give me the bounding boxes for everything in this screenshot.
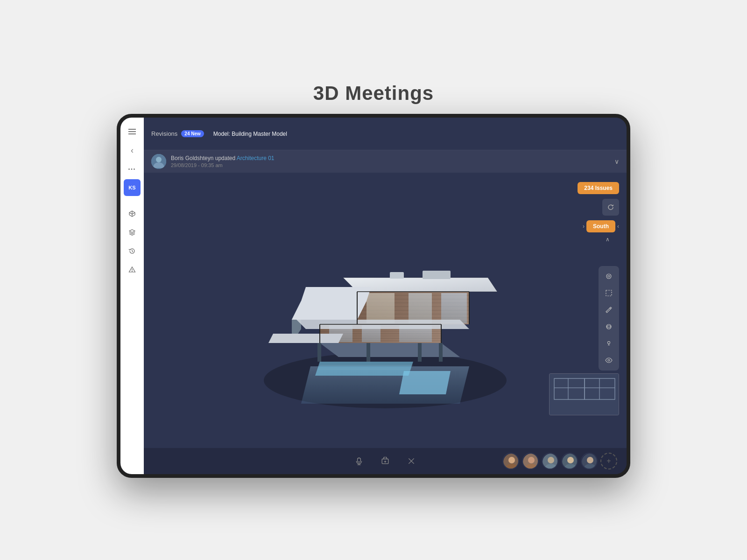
view-tools-panel — [599, 266, 619, 371]
svg-point-7 — [156, 157, 162, 162]
minimap-svg — [550, 374, 619, 415]
layers-icon[interactable] — [124, 224, 141, 241]
model-name: Building Master Model — [232, 131, 287, 137]
svg-point-88 — [528, 457, 535, 463]
add-participant-button[interactable]: + — [600, 453, 617, 469]
svg-marker-40 — [301, 287, 371, 301]
back-icon[interactable]: ‹ — [124, 142, 141, 159]
participant-avatar-5[interactable] — [581, 453, 598, 469]
revision-author: Boris Goldshteyn updated Architecture 01 — [171, 155, 610, 161]
svg-rect-1 — [128, 131, 136, 132]
model-label: Model: — [213, 131, 230, 137]
issues-button[interactable]: 234 Issues — [578, 182, 619, 194]
page-title: 3D Meetings — [313, 82, 434, 105]
svg-point-60 — [606, 274, 611, 279]
participants-area: + — [502, 453, 617, 469]
3d-view-icon[interactable] — [124, 205, 141, 222]
model-info: Model: Building Master Model — [213, 131, 287, 137]
svg-rect-62 — [606, 290, 612, 296]
revision-link[interactable]: Architecture 01 — [237, 155, 275, 161]
participant-avatar-1[interactable] — [502, 453, 519, 469]
compass-left-arrow[interactable]: › — [583, 223, 585, 230]
revision-text: Boris Goldshteyn updated Architecture 01… — [171, 155, 610, 168]
main-viewport-area: Revisions 24 New Model: Building Master … — [144, 118, 627, 474]
svg-point-65 — [608, 359, 610, 361]
sidebar-icons: ‹ ••• KS — [120, 118, 144, 474]
warning-icon[interactable] — [124, 261, 141, 278]
device-frame: ‹ ••• KS — [117, 114, 630, 478]
history-icon[interactable] — [124, 243, 141, 259]
minimap[interactable] — [549, 373, 619, 415]
participant-avatar-2[interactable] — [522, 453, 539, 469]
eye-tool-button[interactable] — [601, 353, 616, 368]
svg-point-64 — [607, 342, 610, 344]
bottom-controls — [351, 453, 420, 469]
building-3d-visual — [226, 208, 544, 413]
revision-item: Boris Goldshteyn updated Architecture 01… — [144, 150, 627, 173]
edit-tool-button[interactable] — [601, 302, 616, 317]
svg-rect-48 — [439, 343, 443, 362]
more-icon[interactable]: ••• — [124, 161, 141, 177]
svg-point-63 — [606, 324, 611, 329]
svg-point-92 — [567, 457, 574, 463]
svg-rect-43 — [423, 271, 451, 279]
revision-date: 29/08/2019 - 09:35 am — [171, 162, 610, 168]
light-tool-button[interactable] — [601, 336, 616, 351]
selection-tool-button[interactable] — [601, 286, 616, 301]
svg-rect-0 — [128, 129, 136, 130]
svg-point-94 — [587, 457, 593, 463]
svg-point-90 — [548, 457, 554, 463]
3d-viewport[interactable]: 234 Issues › South ‹ ∧ — [144, 173, 627, 448]
new-badge: 24 New — [181, 130, 204, 137]
svg-rect-45 — [317, 343, 321, 362]
svg-rect-47 — [418, 343, 422, 362]
svg-rect-44 — [390, 272, 404, 279]
sphere-tool-button[interactable] — [601, 319, 616, 334]
user-avatar-ks[interactable]: KS — [124, 179, 141, 196]
svg-point-61 — [608, 275, 610, 277]
revisions-label: Revisions — [151, 130, 177, 137]
close-session-button[interactable] — [403, 453, 420, 469]
svg-point-5 — [132, 271, 133, 272]
author-avatar — [151, 154, 166, 169]
search-view-button[interactable] — [601, 269, 616, 284]
svg-marker-42 — [292, 301, 366, 320]
svg-marker-51 — [315, 362, 413, 376]
revisions-section: Revisions 24 New — [151, 130, 204, 137]
bottom-bar: + — [144, 448, 627, 474]
svg-rect-35 — [366, 293, 395, 323]
right-toolbar: 234 Issues › South ‹ ∧ — [578, 182, 619, 243]
top-bar: Revisions 24 New Model: Building Master … — [144, 118, 627, 150]
author-action: updated — [215, 155, 237, 161]
hamburger-icon[interactable] — [124, 123, 141, 140]
svg-rect-36 — [409, 293, 432, 323]
svg-marker-50 — [268, 334, 343, 343]
svg-rect-46 — [366, 343, 370, 362]
add-icon: + — [606, 457, 611, 465]
participant-avatar-3[interactable] — [542, 453, 558, 469]
participant-avatar-4[interactable] — [561, 453, 578, 469]
compass-area: › South ‹ — [583, 220, 619, 232]
compass-direction[interactable]: South — [586, 220, 615, 232]
svg-point-86 — [508, 457, 515, 463]
expand-chevron[interactable]: ∨ — [614, 158, 619, 165]
svg-rect-77 — [358, 458, 361, 462]
refresh-button[interactable] — [602, 199, 619, 216]
microphone-button[interactable] — [351, 453, 367, 469]
svg-rect-34 — [441, 293, 467, 323]
svg-rect-2 — [128, 133, 136, 134]
share-button[interactable] — [377, 453, 394, 469]
compass-up-arrow[interactable]: ∧ — [606, 236, 610, 243]
compass-right-arrow[interactable]: ‹ — [617, 223, 619, 230]
author-name: Boris Goldshteyn — [171, 155, 213, 161]
